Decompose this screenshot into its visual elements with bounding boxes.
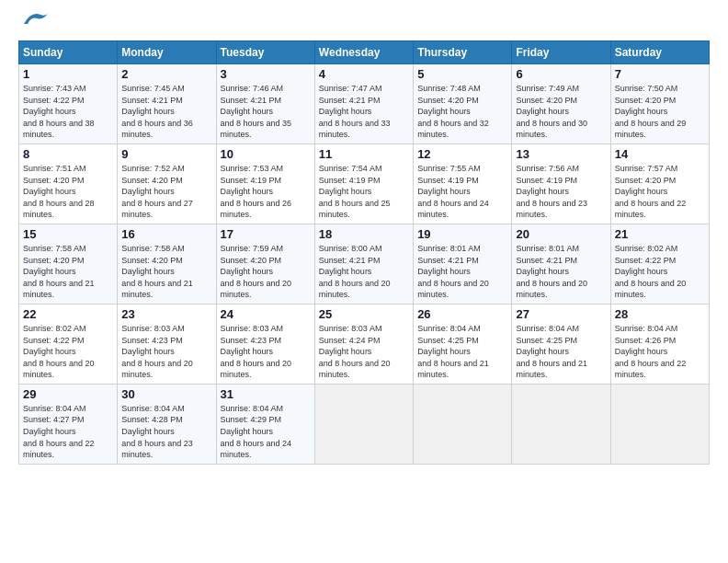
sunset-label: Sunset: 4:20 PM	[516, 96, 577, 105]
daylight-label: Daylight hours	[23, 427, 76, 436]
sunrise-label: Sunrise: 7:52 AM	[121, 164, 185, 173]
sunrise-label: Sunrise: 7:54 AM	[319, 164, 382, 173]
sunrise-label: Sunrise: 8:04 AM	[23, 404, 86, 413]
sunrise-label: Sunrise: 8:04 AM	[221, 404, 284, 413]
daylight-value: and 8 hours and 29 minutes.	[615, 119, 687, 140]
day-number: 26	[417, 307, 507, 321]
calendar-cell: 5 Sunrise: 7:48 AM Sunset: 4:20 PM Dayli…	[414, 64, 512, 144]
column-header-friday: Friday	[512, 41, 610, 64]
sunset-label: Sunset: 4:21 PM	[221, 96, 282, 105]
day-number: 13	[516, 147, 606, 161]
calendar-cell: 9 Sunrise: 7:52 AM Sunset: 4:20 PM Dayli…	[118, 144, 216, 224]
sunset-label: Sunset: 4:19 PM	[319, 176, 381, 185]
sunrise-label: Sunrise: 7:57 AM	[615, 164, 678, 173]
calendar-cell: 1 Sunrise: 7:43 AM Sunset: 4:22 PM Dayli…	[19, 64, 118, 144]
sunset-label: Sunset: 4:19 PM	[516, 176, 577, 185]
day-info: Sunrise: 7:58 AM Sunset: 4:20 PM Dayligh…	[23, 243, 113, 301]
day-number: 15	[23, 227, 113, 241]
week-row-4: 22 Sunrise: 8:02 AM Sunset: 4:22 PM Dayl…	[19, 304, 710, 384]
daylight-label: Daylight hours	[23, 347, 76, 356]
sunrise-label: Sunrise: 7:50 AM	[615, 84, 678, 93]
calendar-cell: 25 Sunrise: 8:03 AM Sunset: 4:24 PM Dayl…	[314, 304, 413, 384]
daylight-label: Daylight hours	[516, 347, 569, 356]
sunset-label: Sunset: 4:23 PM	[221, 336, 282, 345]
day-info: Sunrise: 8:03 AM Sunset: 4:23 PM Dayligh…	[121, 323, 211, 381]
page: SundayMondayTuesdayWednesdayThursdayFrid…	[0, 0, 728, 563]
sunset-label: Sunset: 4:20 PM	[121, 176, 183, 185]
daylight-value: and 8 hours and 30 minutes.	[516, 119, 587, 140]
daylight-label: Daylight hours	[417, 347, 471, 356]
daylight-label: Daylight hours	[615, 187, 668, 196]
calendar-cell: 18 Sunrise: 8:00 AM Sunset: 4:21 PM Dayl…	[314, 224, 413, 304]
calendar-cell	[314, 384, 413, 464]
day-number: 2	[121, 67, 211, 81]
column-header-tuesday: Tuesday	[216, 41, 314, 64]
daylight-label: Daylight hours	[121, 427, 175, 436]
daylight-value: and 8 hours and 27 minutes.	[121, 199, 193, 220]
calendar-cell: 23 Sunrise: 8:03 AM Sunset: 4:23 PM Dayl…	[118, 304, 216, 384]
day-number: 17	[221, 227, 311, 241]
daylight-label: Daylight hours	[319, 267, 372, 276]
column-header-sunday: Sunday	[19, 41, 118, 64]
day-number: 12	[417, 147, 507, 161]
sunset-label: Sunset: 4:19 PM	[221, 176, 282, 185]
sunset-label: Sunset: 4:28 PM	[121, 415, 183, 424]
daylight-value: and 8 hours and 25 minutes.	[319, 199, 391, 220]
calendar-cell: 16 Sunrise: 7:58 AM Sunset: 4:20 PM Dayl…	[118, 224, 216, 304]
sunrise-label: Sunrise: 8:04 AM	[615, 324, 678, 333]
daylight-label: Daylight hours	[615, 347, 668, 356]
daylight-label: Daylight hours	[121, 187, 175, 196]
daylight-label: Daylight hours	[417, 107, 471, 116]
day-number: 10	[221, 147, 311, 161]
daylight-label: Daylight hours	[319, 187, 372, 196]
sunset-label: Sunset: 4:20 PM	[121, 256, 183, 265]
calendar-cell: 7 Sunrise: 7:50 AM Sunset: 4:20 PM Dayli…	[610, 64, 709, 144]
day-info: Sunrise: 7:58 AM Sunset: 4:20 PM Dayligh…	[121, 243, 211, 301]
calendar-cell: 31 Sunrise: 8:04 AM Sunset: 4:29 PM Dayl…	[216, 384, 314, 464]
calendar-cell: 2 Sunrise: 7:45 AM Sunset: 4:21 PM Dayli…	[118, 64, 216, 144]
sunrise-label: Sunrise: 8:04 AM	[121, 404, 185, 413]
daylight-label: Daylight hours	[221, 107, 274, 116]
sunrise-label: Sunrise: 8:03 AM	[221, 324, 284, 333]
day-number: 16	[121, 227, 211, 241]
calendar-cell: 20 Sunrise: 8:01 AM Sunset: 4:21 PM Dayl…	[512, 224, 610, 304]
day-info: Sunrise: 7:55 AM Sunset: 4:19 PM Dayligh…	[417, 163, 507, 221]
calendar-cell: 21 Sunrise: 8:02 AM Sunset: 4:22 PM Dayl…	[610, 224, 709, 304]
day-number: 1	[23, 67, 113, 81]
calendar-table: SundayMondayTuesdayWednesdayThursdayFrid…	[18, 40, 710, 465]
daylight-value: and 8 hours and 24 minutes.	[417, 199, 489, 220]
sunset-label: Sunset: 4:22 PM	[615, 256, 677, 265]
calendar-cell: 19 Sunrise: 8:01 AM Sunset: 4:21 PM Dayl…	[414, 224, 512, 304]
calendar-cell: 29 Sunrise: 8:04 AM Sunset: 4:27 PM Dayl…	[19, 384, 118, 464]
sunset-label: Sunset: 4:21 PM	[516, 256, 577, 265]
day-info: Sunrise: 8:04 AM Sunset: 4:25 PM Dayligh…	[417, 323, 507, 381]
calendar-cell: 17 Sunrise: 7:59 AM Sunset: 4:20 PM Dayl…	[216, 224, 314, 304]
day-info: Sunrise: 8:04 AM Sunset: 4:26 PM Dayligh…	[615, 323, 705, 381]
calendar-cell: 30 Sunrise: 8:04 AM Sunset: 4:28 PM Dayl…	[118, 384, 216, 464]
day-info: Sunrise: 8:04 AM Sunset: 4:27 PM Dayligh…	[23, 403, 113, 461]
daylight-value: and 8 hours and 20 minutes.	[221, 359, 292, 380]
day-number: 29	[23, 387, 113, 401]
day-number: 20	[516, 227, 606, 241]
day-info: Sunrise: 8:03 AM Sunset: 4:23 PM Dayligh…	[221, 323, 311, 381]
sunset-label: Sunset: 4:19 PM	[417, 176, 479, 185]
calendar-cell: 22 Sunrise: 8:02 AM Sunset: 4:22 PM Dayl…	[19, 304, 118, 384]
sunset-label: Sunset: 4:21 PM	[121, 96, 183, 105]
calendar-cell: 6 Sunrise: 7:49 AM Sunset: 4:20 PM Dayli…	[512, 64, 610, 144]
day-number: 22	[23, 307, 113, 321]
daylight-label: Daylight hours	[121, 267, 175, 276]
daylight-label: Daylight hours	[319, 347, 372, 356]
day-info: Sunrise: 8:04 AM Sunset: 4:28 PM Dayligh…	[121, 403, 211, 461]
daylight-value: and 8 hours and 38 minutes.	[23, 119, 95, 140]
calendar-cell: 10 Sunrise: 7:53 AM Sunset: 4:19 PM Dayl…	[216, 144, 314, 224]
daylight-value: and 8 hours and 35 minutes.	[221, 119, 292, 140]
sunset-label: Sunset: 4:22 PM	[23, 96, 85, 105]
sunset-label: Sunset: 4:21 PM	[417, 256, 479, 265]
sunset-label: Sunset: 4:21 PM	[319, 256, 381, 265]
daylight-label: Daylight hours	[417, 187, 471, 196]
daylight-value: and 8 hours and 24 minutes.	[221, 439, 292, 460]
calendar-cell: 8 Sunrise: 7:51 AM Sunset: 4:20 PM Dayli…	[19, 144, 118, 224]
column-header-thursday: Thursday	[414, 41, 512, 64]
daylight-value: and 8 hours and 22 minutes.	[615, 359, 687, 380]
day-info: Sunrise: 7:47 AM Sunset: 4:21 PM Dayligh…	[319, 83, 409, 141]
